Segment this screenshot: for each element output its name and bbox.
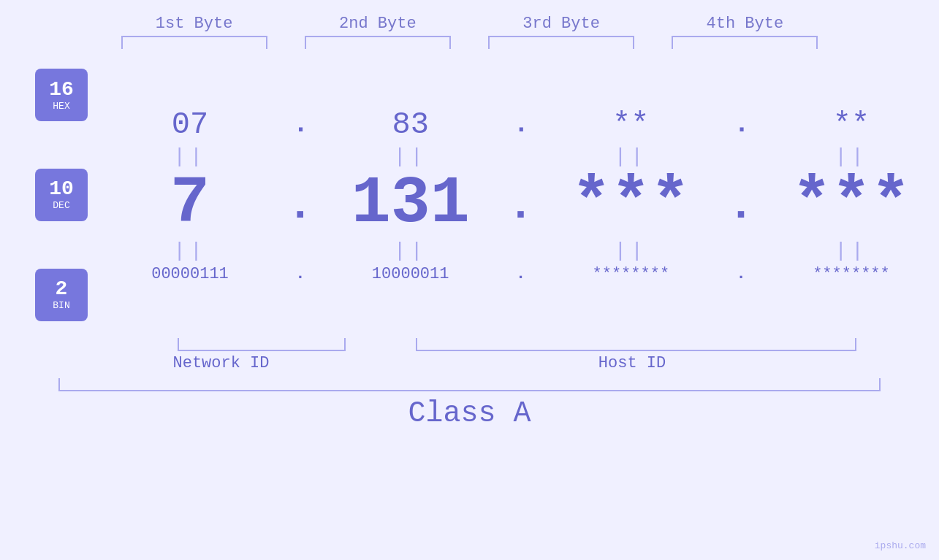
bracket-top-1: [121, 36, 267, 49]
byte-header-4: 4th Byte: [664, 15, 825, 33]
byte-header-2: 2nd Byte: [297, 15, 458, 33]
hex-badge: 16 HEX: [35, 69, 88, 121]
main-container: 1st Byte 2nd Byte 3rd Byte 4th Byte 16 H…: [0, 0, 939, 560]
equals-row-1: || || || ||: [110, 145, 932, 168]
hex-number: 16: [49, 79, 74, 101]
eq1-1: ||: [117, 145, 263, 168]
bracket-top-2: [305, 36, 451, 49]
dec-byte3: ***: [558, 171, 704, 237]
host-id-label: Host ID: [384, 354, 881, 372]
class-bracket: [58, 378, 881, 391]
dec-label: DEC: [53, 201, 69, 211]
eq2-4: ||: [778, 239, 924, 262]
byte-headers: 1st Byte 2nd Byte 3rd Byte 4th Byte: [0, 15, 939, 33]
host-id-section: [391, 338, 881, 351]
eq1-4: ||: [778, 145, 924, 168]
bin-label: BIN: [53, 301, 69, 311]
bin-dot-1: .: [293, 265, 308, 283]
bin-byte1: 00000111: [117, 265, 263, 283]
dec-row: 7 . 131 . *** . ***: [110, 171, 932, 237]
hex-byte4: **: [778, 107, 924, 142]
hex-row: 07 . 83 . ** . **: [110, 107, 932, 142]
dec-byte4: ***: [778, 171, 924, 237]
host-id-bracket: [416, 338, 856, 351]
equals-row-2: || || || ||: [110, 239, 932, 262]
dec-dot-3: .: [728, 181, 754, 231]
hex-dot-2: .: [513, 110, 528, 139]
dec-number: 10: [49, 178, 74, 201]
dec-byte2: 131: [338, 171, 484, 237]
bottom-id-section: [58, 338, 881, 351]
bin-number: 2: [56, 278, 68, 301]
byte-header-1: 1st Byte: [114, 15, 275, 33]
bin-byte3: ********: [558, 265, 704, 283]
bracket-top-4: [672, 36, 818, 49]
dec-badge: 10 DEC: [35, 169, 88, 221]
network-id-bracket: [178, 338, 346, 351]
byte-header-3: 3rd Byte: [481, 15, 642, 33]
eq2-1: ||: [117, 239, 263, 262]
network-id-label: Network ID: [58, 354, 384, 372]
network-id-section: [139, 338, 384, 351]
eq1-2: ||: [338, 145, 484, 168]
bin-byte2: 10000011: [338, 265, 484, 283]
hex-byte2: 83: [338, 107, 484, 142]
eq2-2: ||: [338, 239, 484, 262]
bin-dot-2: .: [513, 265, 528, 283]
bin-badge: 2 BIN: [35, 269, 88, 321]
hex-label: HEX: [53, 101, 69, 112]
dec-byte1: 7: [117, 171, 263, 237]
class-label: Class A: [408, 397, 531, 430]
id-labels-row: Network ID Host ID: [58, 354, 881, 372]
eq2-3: ||: [558, 239, 704, 262]
eq1-3: ||: [558, 145, 704, 168]
bracket-top-3: [488, 36, 634, 49]
hex-byte3: **: [558, 107, 704, 142]
hex-dot-3: .: [734, 110, 748, 139]
bin-row: 00000111 . 10000011 . ******** . *******…: [110, 265, 932, 283]
dec-dot-2: .: [507, 181, 533, 231]
bin-dot-3: .: [734, 265, 748, 283]
bin-byte4: ********: [778, 265, 924, 283]
hex-dot-1: .: [293, 110, 308, 139]
dec-dot-1: .: [287, 181, 313, 231]
top-brackets: [0, 36, 939, 49]
watermark: ipshu.com: [875, 540, 926, 551]
hex-byte1: 07: [117, 107, 263, 142]
